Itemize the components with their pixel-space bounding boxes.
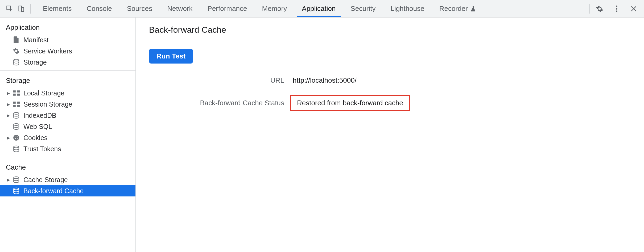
application-sidebar: ApplicationManifestService WorkersStorag… [0,18,136,252]
tab-label: Console [86,5,112,13]
db-icon [12,58,20,66]
tab-label: Lighthouse [390,5,424,13]
sidebar-item-manifest[interactable]: Manifest [0,34,135,45]
flask-icon [470,6,476,12]
report-row: URLhttp://localhost:5000/ [133,75,633,86]
grid-icon [12,89,20,97]
settings-icon[interactable] [593,3,606,15]
svg-rect-10 [17,94,20,96]
tab-application[interactable]: Application [294,0,343,17]
devtools-tabs: ElementsConsoleSourcesNetworkPerformance… [35,0,586,17]
svg-point-4 [616,8,617,10]
svg-rect-7 [13,90,16,93]
content-pane: Back-forward Cache Run Test URLhttp://lo… [136,18,644,252]
expander-icon: ▶ [6,91,11,96]
sidebar-item-local-storage[interactable]: ▶Local Storage [0,87,135,99]
tab-memory[interactable]: Memory [254,0,294,17]
svg-point-5 [616,10,617,12]
inspect-element-icon[interactable] [4,3,15,15]
db-icon [12,187,20,195]
sidebar-item-label: Manifest [23,36,48,44]
sidebar-item-session-storage[interactable]: ▶Session Storage [0,99,135,110]
sidebar-item-back-forward-cache[interactable]: Back-forward Cache [0,185,135,196]
sidebar-item-label: Web SQL [23,123,52,131]
device-toggle-icon[interactable] [15,3,27,15]
tab-elements[interactable]: Elements [35,0,79,17]
db-icon [12,123,20,131]
toolbar-right [593,3,640,15]
sidebar-item-label: Cookies [23,134,47,142]
toolbar-separator [589,4,590,14]
cookie-icon [12,134,20,142]
report-value: http://localhost:5000/ [290,75,359,86]
expander-icon: ▶ [6,135,11,140]
sidebar-section: ApplicationManifestService WorkersStorag… [0,18,135,71]
svg-point-3 [616,5,617,7]
tab-label: Recorder [439,5,468,13]
tab-sources[interactable]: Sources [119,0,160,17]
sidebar-section: Storage▶Local Storage▶Session Storage▶In… [0,71,135,157]
more-options-icon[interactable] [610,3,623,15]
sidebar-item-cache-storage[interactable]: ▶Cache Storage [0,174,135,185]
tab-console[interactable]: Console [79,0,119,17]
tab-performance[interactable]: Performance [200,0,255,17]
svg-point-15 [14,112,19,114]
sidebar-item-indexeddb[interactable]: ▶IndexedDB [0,110,135,121]
sidebar-item-storage[interactable]: Storage [0,57,135,68]
tab-security[interactable]: Security [343,0,383,17]
sidebar-item-trust-tokens[interactable]: Trust Tokens [0,143,135,154]
svg-rect-12 [17,102,20,104]
sidebar-section: Cache▶Cache StorageBack-forward Cache [0,157,135,199]
grid-icon [12,100,20,108]
gear-icon [12,47,20,55]
file-icon [12,36,20,44]
sidebar-item-label: Back-forward Cache [23,187,84,195]
tab-network[interactable]: Network [160,0,200,17]
sidebar-section-title: Storage [0,74,135,87]
svg-rect-9 [13,94,16,96]
sidebar-item-label: Session Storage [23,100,72,108]
tab-label: Performance [208,5,247,13]
svg-point-19 [17,136,18,137]
main-area: ApplicationManifestService WorkersStorag… [0,18,644,252]
tab-label: Application [302,5,336,13]
svg-point-20 [15,138,16,139]
sidebar-item-cookies[interactable]: ▶Cookies [0,132,135,143]
divider [136,42,644,42]
tab-label: Security [351,5,376,13]
svg-point-16 [14,124,19,125]
tab-label: Network [167,5,192,13]
sidebar-item-label: IndexedDB [23,112,56,119]
page-title: Back-forward Cache [146,23,633,42]
report-label: Back-forward Cache Status [133,99,290,107]
sidebar-section-title: Application [0,21,135,34]
db-icon [12,111,20,119]
toolbar-separator [30,4,31,14]
svg-point-17 [13,135,19,141]
db-icon [12,176,20,184]
report-row: Back-forward Cache StatusRestored from b… [133,95,633,111]
run-test-button[interactable]: Run Test [149,49,193,64]
svg-rect-14 [17,105,20,107]
sidebar-item-label: Service Workers [23,47,72,55]
expander-icon: ▶ [6,177,11,182]
expander-icon: ▶ [6,102,11,107]
sidebar-item-web-sql[interactable]: Web SQL [0,121,135,132]
close-devtools-icon[interactable] [627,3,640,15]
sidebar-item-label: Local Storage [23,89,64,97]
svg-point-6 [14,59,19,61]
svg-point-24 [14,188,19,190]
devtools-toolbar: ElementsConsoleSourcesNetworkPerformance… [0,0,644,18]
db-icon [12,145,20,153]
svg-point-22 [14,146,19,148]
sidebar-item-label: Cache Storage [23,176,68,184]
tab-lighthouse[interactable]: Lighthouse [383,0,432,17]
svg-rect-8 [17,90,20,93]
svg-point-18 [15,136,15,137]
svg-rect-13 [13,105,16,107]
tab-label: Elements [43,5,72,13]
sidebar-item-label: Trust Tokens [23,145,61,153]
svg-point-23 [14,177,19,179]
sidebar-item-service-workers[interactable]: Service Workers [0,45,135,57]
tab-recorder[interactable]: Recorder [432,0,483,17]
